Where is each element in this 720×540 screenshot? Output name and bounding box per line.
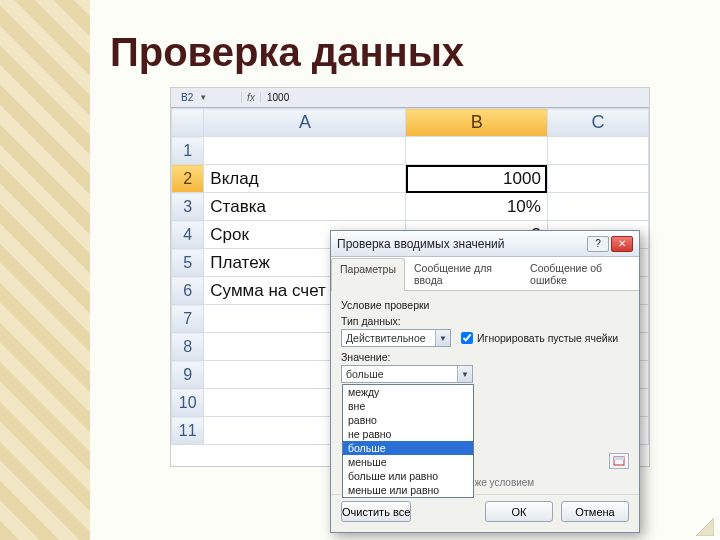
dropdown-option[interactable]: не равно [343, 427, 473, 441]
dialog-footer: Очистить все ОК Отмена [331, 494, 639, 532]
question-icon: ? [595, 238, 601, 249]
tab-input-message[interactable]: Сообщение для ввода [405, 257, 521, 290]
data-type-combo[interactable]: Действительное ▼ [341, 329, 451, 347]
dropdown-option[interactable]: равно [343, 413, 473, 427]
dropdown-option[interactable]: между [343, 385, 473, 399]
dialog-body: Условие проверки Тип данных: Действитель… [331, 291, 639, 494]
dropdown-option[interactable]: вне [343, 399, 473, 413]
row-header[interactable]: 4 [172, 221, 204, 249]
ignore-blank-checkbox[interactable]: Игнорировать пустые ячейки [461, 332, 618, 344]
column-header-b[interactable]: B [406, 109, 547, 137]
cell[interactable] [547, 193, 648, 221]
data-type-value: Действительное [342, 332, 435, 344]
cell[interactable] [547, 165, 648, 193]
select-all-corner[interactable] [172, 109, 204, 137]
name-box[interactable]: B2 ▼ [171, 92, 241, 103]
row-header[interactable]: 3 [172, 193, 204, 221]
row-header[interactable]: 9 [172, 361, 204, 389]
data-type-label: Тип данных: [341, 315, 629, 327]
row-header[interactable]: 11 [172, 417, 204, 445]
row-header[interactable]: 5 [172, 249, 204, 277]
dialog-titlebar[interactable]: Проверка вводимых значений ? ✕ [331, 231, 639, 257]
value-dropdown-list: междувнеравноне равнобольшеменьшебольше … [342, 384, 474, 498]
page-curl-icon [692, 514, 714, 536]
dropdown-option[interactable]: меньше [343, 455, 473, 469]
dropdown-option[interactable]: больше [343, 441, 473, 455]
cell[interactable] [547, 137, 648, 165]
column-header-c[interactable]: C [547, 109, 648, 137]
cell[interactable]: Вклад [204, 165, 406, 193]
tab-parameters[interactable]: Параметры [331, 258, 405, 291]
row-header[interactable]: 1 [172, 137, 204, 165]
cell[interactable]: 1000 [406, 165, 547, 193]
svg-rect-1 [614, 457, 624, 460]
row-header[interactable]: 6 [172, 277, 204, 305]
formula-input[interactable]: 1000 [261, 92, 649, 103]
ok-button[interactable]: ОК [485, 501, 553, 522]
cell[interactable]: Ставка [204, 193, 406, 221]
clear-all-button[interactable]: Очистить все [341, 501, 411, 522]
dropdown-option[interactable]: больше или равно [343, 469, 473, 483]
close-icon: ✕ [618, 238, 626, 249]
help-button[interactable]: ? [587, 236, 609, 252]
chevron-down-icon: ▼ [199, 93, 207, 102]
ignore-blank-input[interactable] [461, 332, 473, 344]
value-combo[interactable]: больше ▼ междувнеравноне равнобольшемень… [341, 365, 473, 383]
page-title: Проверка данных [110, 30, 680, 75]
formula-bar: B2 ▼ fx 1000 [171, 88, 649, 108]
tab-error-alert[interactable]: Сообщение об ошибке [521, 257, 639, 290]
name-box-ref: B2 [181, 92, 193, 103]
row-header[interactable]: 10 [172, 389, 204, 417]
dialog-title-text: Проверка вводимых значений [337, 237, 585, 251]
ignore-blank-label: Игнорировать пустые ячейки [477, 332, 618, 344]
value-combo-value: больше [342, 368, 457, 380]
cancel-button[interactable]: Отмена [561, 501, 629, 522]
dialog-tabs: Параметры Сообщение для ввода Сообщение … [331, 257, 639, 291]
row-header[interactable]: 2 [172, 165, 204, 193]
column-header-a[interactable]: A [204, 109, 406, 137]
range-selector-button[interactable] [609, 453, 629, 469]
row-header[interactable]: 7 [172, 305, 204, 333]
chevron-down-icon[interactable]: ▼ [457, 366, 472, 382]
cell[interactable]: 10% [406, 193, 547, 221]
validation-condition-label: Условие проверки [341, 299, 629, 311]
value-label: Значение: [341, 351, 629, 363]
cell[interactable] [204, 137, 406, 165]
data-validation-dialog: Проверка вводимых значений ? ✕ Параметры… [330, 230, 640, 533]
row-header[interactable]: 8 [172, 333, 204, 361]
fx-icon[interactable]: fx [241, 92, 261, 103]
cell[interactable] [406, 137, 547, 165]
close-button[interactable]: ✕ [611, 236, 633, 252]
grid-icon [613, 456, 625, 466]
chevron-down-icon[interactable]: ▼ [435, 330, 450, 346]
dropdown-option[interactable]: меньше или равно [343, 483, 473, 497]
